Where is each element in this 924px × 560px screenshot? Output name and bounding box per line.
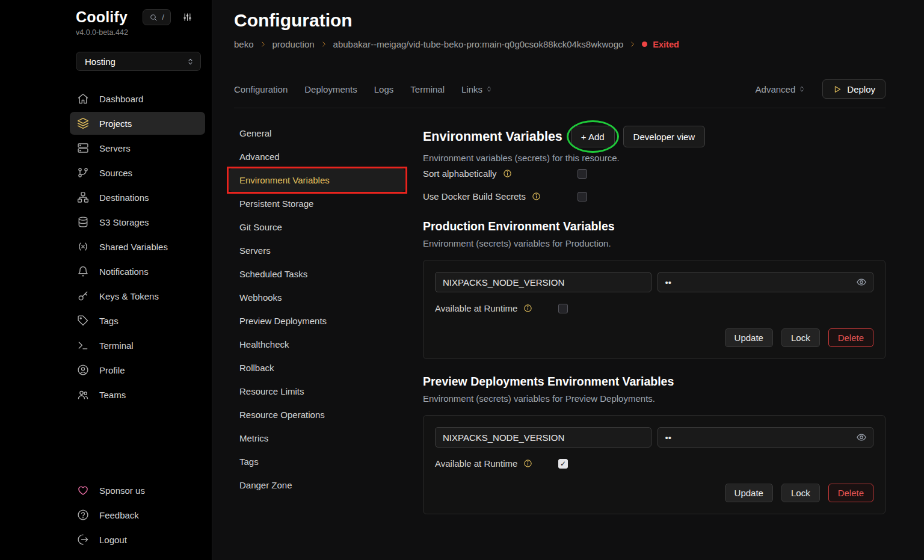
sidebar-spacer xyxy=(70,408,205,463)
sidebar-item-logout[interactable]: Logout xyxy=(70,528,205,551)
lock-button[interactable]: Lock xyxy=(781,484,820,502)
delete-button[interactable]: Delete xyxy=(828,328,873,347)
sidebar-item-label: Dashboard xyxy=(99,94,143,104)
subnav-item-healthcheck[interactable]: Healthcheck xyxy=(229,333,405,356)
sidebar-item-keys-tokens[interactable]: Keys & Tokens xyxy=(70,285,205,307)
subnav-item-environment-variables[interactable]: Environment Variables xyxy=(229,168,405,192)
deploy-button-label: Deploy xyxy=(847,84,875,94)
sidebar: Coolify / v4.0.0-beta.442 Hosting Dashbo… xyxy=(0,0,212,560)
subnav-item-advanced[interactable]: Advanced xyxy=(229,145,405,168)
breadcrumb-project[interactable]: beko xyxy=(234,39,254,49)
subnav-item-servers[interactable]: Servers xyxy=(229,239,405,262)
subnav-item-resource-operations[interactable]: Resource Operations xyxy=(229,403,405,426)
key-icon xyxy=(77,290,89,302)
tab-links-label: Links xyxy=(461,84,482,94)
reveal-value-button[interactable] xyxy=(855,431,868,444)
tab-logs[interactable]: Logs xyxy=(374,84,394,94)
status-dot xyxy=(642,42,647,47)
developer-view-button[interactable]: Developer view xyxy=(623,126,706,147)
git-branch-icon xyxy=(77,167,89,179)
sort-alphabetically-checkbox[interactable] xyxy=(578,169,587,179)
sidebar-item-label: S3 Storages xyxy=(99,217,149,227)
config-subnav: General Advanced Environment Variables P… xyxy=(229,122,405,560)
update-button[interactable]: Update xyxy=(725,484,773,502)
sidebar-item-s3-storages[interactable]: S3 Storages xyxy=(70,211,205,233)
sidebar-item-label: Logout xyxy=(99,535,127,545)
sidebar-item-label: Destinations xyxy=(99,192,149,203)
subnav-item-general[interactable]: General xyxy=(229,122,405,145)
available-at-runtime-checkbox[interactable] xyxy=(558,459,568,469)
content-subtitle: Environment variables (secrets) for this… xyxy=(423,153,886,163)
help-circle-icon xyxy=(77,509,89,521)
sidebar-item-shared-variables[interactable]: Shared Variables xyxy=(70,235,205,258)
env-var-value-input[interactable] xyxy=(658,272,873,292)
update-button[interactable]: Update xyxy=(725,328,773,347)
lock-button[interactable]: Lock xyxy=(781,328,820,347)
subnav-item-preview-deployments[interactable]: Preview Deployments xyxy=(229,309,405,333)
tabbar: Configuration Deployments Logs Terminal … xyxy=(234,79,886,108)
settings-sliders-icon[interactable] xyxy=(183,13,192,22)
sidebar-item-notifications[interactable]: Notifications xyxy=(70,260,205,283)
sidebar-item-projects[interactable]: Projects xyxy=(70,112,205,135)
deploy-button[interactable]: Deploy xyxy=(822,79,886,99)
chevron-right-icon xyxy=(629,40,636,48)
main-body: General Advanced Environment Variables P… xyxy=(212,108,924,560)
tab-terminal[interactable]: Terminal xyxy=(410,84,445,94)
sidebar-item-sponsor[interactable]: Sponsor us xyxy=(70,479,205,502)
search-button[interactable]: / xyxy=(143,9,171,25)
breadcrumb-environment[interactable]: production xyxy=(273,39,315,49)
subnav-item-webhooks[interactable]: Webhooks xyxy=(229,286,405,309)
info-icon xyxy=(503,169,512,178)
sidebar-item-label: Tags xyxy=(99,316,119,326)
network-icon xyxy=(77,191,89,203)
breadcrumb-resource[interactable]: abubakar--meigag/vid-tube-beko-pro:main-… xyxy=(333,39,624,49)
docker-build-secrets-checkbox[interactable] xyxy=(578,192,587,202)
sidebar-item-teams[interactable]: Teams xyxy=(70,383,205,406)
tab-configuration[interactable]: Configuration xyxy=(234,84,288,94)
database-icon xyxy=(77,216,89,228)
play-icon xyxy=(833,85,842,94)
app-logo: Coolify xyxy=(76,8,128,26)
subnav-item-persistent-storage[interactable]: Persistent Storage xyxy=(229,192,405,215)
tab-deployments[interactable]: Deployments xyxy=(304,84,357,94)
sidebar-item-feedback[interactable]: Feedback xyxy=(70,503,205,526)
subnav-item-danger-zone[interactable]: Danger Zone xyxy=(229,473,405,497)
available-at-runtime-label: Available at Runtime xyxy=(435,303,517,313)
subnav-item-scheduled-tasks[interactable]: Scheduled Tasks xyxy=(229,262,405,286)
tab-links[interactable]: Links xyxy=(461,84,493,94)
sidebar-item-dashboard[interactable]: Dashboard xyxy=(70,87,205,110)
team-select[interactable]: Hosting xyxy=(76,52,201,71)
sidebar-item-label: Shared Variables xyxy=(99,242,168,252)
eye-icon xyxy=(856,277,867,288)
sidebar-item-servers[interactable]: Servers xyxy=(70,137,205,159)
layers-icon xyxy=(77,117,89,129)
advanced-dropdown-label: Advanced xyxy=(756,84,796,94)
heart-icon xyxy=(77,484,89,496)
sidebar-item-terminal[interactable]: Terminal xyxy=(70,334,205,357)
subnav-item-metrics[interactable]: Metrics xyxy=(229,426,405,450)
subnav-item-resource-limits[interactable]: Resource Limits xyxy=(229,380,405,403)
env-var-value-wrap xyxy=(658,272,873,292)
available-at-runtime-checkbox[interactable] xyxy=(558,304,568,313)
sidebar-item-sources[interactable]: Sources xyxy=(70,161,205,184)
env-var-row xyxy=(435,427,873,448)
env-var-name-input[interactable] xyxy=(435,427,651,448)
subnav-item-tags[interactable]: Tags xyxy=(229,450,405,473)
env-var-name-input[interactable] xyxy=(435,272,651,292)
sidebar-item-label: Sources xyxy=(99,168,132,178)
available-at-runtime-label: Available at Runtime xyxy=(435,458,517,469)
subnav-item-rollback[interactable]: Rollback xyxy=(229,356,405,380)
sidebar-item-tags[interactable]: Tags xyxy=(70,309,205,332)
env-var-value-input[interactable] xyxy=(658,427,873,448)
reveal-value-button[interactable] xyxy=(855,275,868,289)
subnav-item-git-source[interactable]: Git Source xyxy=(229,215,405,239)
sort-alphabetically-row: Sort alphabetically xyxy=(423,168,587,179)
sidebar-item-profile[interactable]: Profile xyxy=(70,358,205,381)
advanced-dropdown[interactable]: Advanced xyxy=(756,84,807,94)
add-env-variable-button[interactable]: + Add xyxy=(571,126,615,147)
content-header: Environment Variables + Add Developer vi… xyxy=(423,126,886,147)
sidebar-item-destinations[interactable]: Destinations xyxy=(70,186,205,209)
env-var-row xyxy=(435,272,873,292)
delete-button[interactable]: Delete xyxy=(828,484,873,502)
users-icon xyxy=(77,389,89,401)
